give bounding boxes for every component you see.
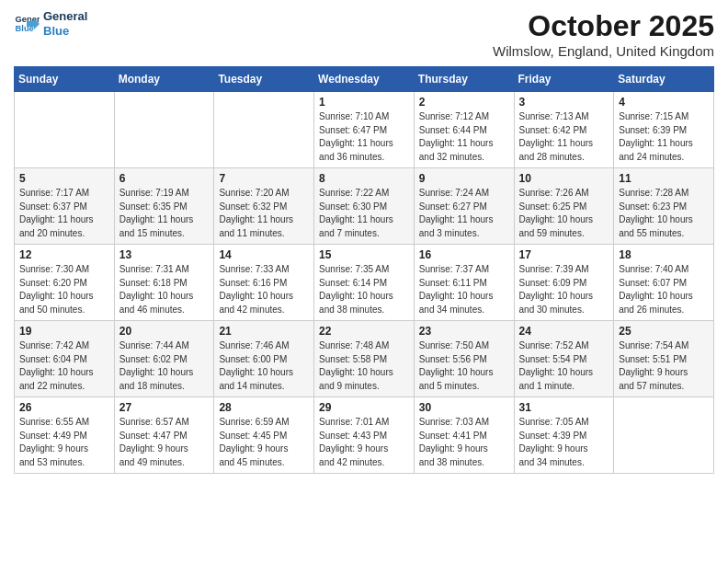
day-info: Sunrise: 7:19 AM Sunset: 6:35 PM Dayligh… <box>119 187 210 240</box>
day-info: Sunrise: 7:15 AM Sunset: 6:39 PM Dayligh… <box>619 110 709 164</box>
calendar-cell: 30Sunrise: 7:03 AM Sunset: 4:41 PM Dayli… <box>414 397 514 474</box>
day-info: Sunrise: 7:48 AM Sunset: 5:58 PM Dayligh… <box>319 339 409 393</box>
calendar-cell: 24Sunrise: 7:52 AM Sunset: 5:54 PM Dayli… <box>514 321 614 397</box>
day-number: 9 <box>419 172 509 185</box>
day-number: 31 <box>519 401 609 414</box>
calendar-cell: 29Sunrise: 7:01 AM Sunset: 4:43 PM Dayli… <box>314 397 415 474</box>
weekday-header-saturday: Saturday <box>614 67 714 92</box>
weekday-header-wednesday: Wednesday <box>314 67 415 92</box>
day-info: Sunrise: 7:28 AM Sunset: 6:23 PM Dayligh… <box>619 187 709 240</box>
day-info: Sunrise: 7:44 AM Sunset: 6:02 PM Dayligh… <box>119 339 210 393</box>
day-info: Sunrise: 7:42 AM Sunset: 6:04 PM Dayligh… <box>19 339 109 393</box>
day-number: 19 <box>19 325 109 338</box>
calendar-cell: 16Sunrise: 7:37 AM Sunset: 6:11 PM Dayli… <box>414 245 514 321</box>
calendar-cell: 6Sunrise: 7:19 AM Sunset: 6:35 PM Daylig… <box>114 168 214 245</box>
header: General Blue General Blue October 2025 W… <box>14 9 714 59</box>
weekday-header-sunday: Sunday <box>15 67 115 92</box>
day-number: 8 <box>319 172 409 185</box>
day-info: Sunrise: 7:39 AM Sunset: 6:09 PM Dayligh… <box>519 263 609 316</box>
day-info: Sunrise: 6:57 AM Sunset: 4:47 PM Dayligh… <box>119 416 210 469</box>
calendar-cell: 31Sunrise: 7:05 AM Sunset: 4:39 PM Dayli… <box>514 397 614 474</box>
title-area: October 2025 Wilmslow, England, United K… <box>493 9 714 59</box>
calendar-cell: 2Sunrise: 7:12 AM Sunset: 6:44 PM Daylig… <box>414 92 514 168</box>
day-number: 2 <box>419 96 509 109</box>
calendar-cell <box>15 92 115 168</box>
location-title: Wilmslow, England, United Kingdom <box>493 43 714 59</box>
weekday-header-thursday: Thursday <box>414 67 514 92</box>
logo-text: General Blue <box>43 9 87 38</box>
week-row-3: 12Sunrise: 7:30 AM Sunset: 6:20 PM Dayli… <box>15 245 714 321</box>
day-number: 6 <box>119 172 210 185</box>
day-info: Sunrise: 7:24 AM Sunset: 6:27 PM Dayligh… <box>419 187 509 240</box>
day-info: Sunrise: 7:01 AM Sunset: 4:43 PM Dayligh… <box>319 416 409 469</box>
day-number: 26 <box>19 401 109 414</box>
day-number: 3 <box>519 96 609 109</box>
day-number: 23 <box>419 325 509 338</box>
calendar-cell: 21Sunrise: 7:46 AM Sunset: 6:00 PM Dayli… <box>214 321 314 397</box>
day-info: Sunrise: 6:59 AM Sunset: 4:45 PM Dayligh… <box>219 416 309 469</box>
day-number: 24 <box>519 325 609 338</box>
day-info: Sunrise: 7:05 AM Sunset: 4:39 PM Dayligh… <box>519 416 609 469</box>
day-number: 28 <box>219 401 309 414</box>
day-info: Sunrise: 7:52 AM Sunset: 5:54 PM Dayligh… <box>519 339 609 393</box>
day-info: Sunrise: 7:33 AM Sunset: 6:16 PM Dayligh… <box>219 263 309 316</box>
day-info: Sunrise: 7:46 AM Sunset: 6:00 PM Dayligh… <box>219 339 309 393</box>
day-info: Sunrise: 7:37 AM Sunset: 6:11 PM Dayligh… <box>419 263 509 316</box>
day-info: Sunrise: 7:30 AM Sunset: 6:20 PM Dayligh… <box>19 263 109 316</box>
calendar-cell <box>214 92 314 168</box>
calendar-cell: 23Sunrise: 7:50 AM Sunset: 5:56 PM Dayli… <box>414 321 514 397</box>
calendar-cell: 28Sunrise: 6:59 AM Sunset: 4:45 PM Dayli… <box>214 397 314 474</box>
calendar-cell: 14Sunrise: 7:33 AM Sunset: 6:16 PM Dayli… <box>214 245 314 321</box>
calendar-cell <box>614 397 714 474</box>
week-row-2: 5Sunrise: 7:17 AM Sunset: 6:37 PM Daylig… <box>15 168 714 245</box>
day-number: 1 <box>319 96 409 109</box>
calendar-cell: 5Sunrise: 7:17 AM Sunset: 6:37 PM Daylig… <box>15 168 115 245</box>
week-row-4: 19Sunrise: 7:42 AM Sunset: 6:04 PM Dayli… <box>15 321 714 397</box>
day-info: Sunrise: 7:10 AM Sunset: 6:47 PM Dayligh… <box>319 110 409 164</box>
day-info: Sunrise: 7:31 AM Sunset: 6:18 PM Dayligh… <box>119 263 210 316</box>
calendar-cell: 26Sunrise: 6:55 AM Sunset: 4:49 PM Dayli… <box>15 397 115 474</box>
day-info: Sunrise: 6:55 AM Sunset: 4:49 PM Dayligh… <box>19 416 109 469</box>
logo-icon: General Blue <box>14 11 40 37</box>
day-number: 7 <box>219 172 309 185</box>
calendar-cell: 25Sunrise: 7:54 AM Sunset: 5:51 PM Dayli… <box>614 321 714 397</box>
day-number: 15 <box>319 248 409 261</box>
calendar-cell: 20Sunrise: 7:44 AM Sunset: 6:02 PM Dayli… <box>114 321 214 397</box>
day-info: Sunrise: 7:50 AM Sunset: 5:56 PM Dayligh… <box>419 339 509 393</box>
day-number: 27 <box>119 401 210 414</box>
day-number: 11 <box>619 172 709 185</box>
calendar-table: SundayMondayTuesdayWednesdayThursdayFrid… <box>14 66 714 474</box>
calendar-cell: 9Sunrise: 7:24 AM Sunset: 6:27 PM Daylig… <box>414 168 514 245</box>
calendar-cell: 22Sunrise: 7:48 AM Sunset: 5:58 PM Dayli… <box>314 321 415 397</box>
day-info: Sunrise: 7:40 AM Sunset: 6:07 PM Dayligh… <box>619 263 709 316</box>
day-number: 4 <box>619 96 709 109</box>
day-info: Sunrise: 7:35 AM Sunset: 6:14 PM Dayligh… <box>319 263 409 316</box>
calendar-cell: 12Sunrise: 7:30 AM Sunset: 6:20 PM Dayli… <box>15 245 115 321</box>
day-number: 22 <box>319 325 409 338</box>
day-number: 25 <box>619 325 709 338</box>
day-number: 30 <box>419 401 509 414</box>
day-number: 12 <box>19 248 109 261</box>
calendar-cell: 4Sunrise: 7:15 AM Sunset: 6:39 PM Daylig… <box>614 92 714 168</box>
day-info: Sunrise: 7:22 AM Sunset: 6:30 PM Dayligh… <box>319 187 409 240</box>
calendar-cell: 7Sunrise: 7:20 AM Sunset: 6:32 PM Daylig… <box>214 168 314 245</box>
weekday-header-row: SundayMondayTuesdayWednesdayThursdayFrid… <box>15 67 714 92</box>
week-row-1: 1Sunrise: 7:10 AM Sunset: 6:47 PM Daylig… <box>15 92 714 168</box>
day-info: Sunrise: 7:17 AM Sunset: 6:37 PM Dayligh… <box>19 187 109 240</box>
calendar-cell: 10Sunrise: 7:26 AM Sunset: 6:25 PM Dayli… <box>514 168 614 245</box>
day-number: 20 <box>119 325 210 338</box>
day-info: Sunrise: 7:03 AM Sunset: 4:41 PM Dayligh… <box>419 416 509 469</box>
calendar-cell <box>114 92 214 168</box>
day-info: Sunrise: 7:12 AM Sunset: 6:44 PM Dayligh… <box>419 110 509 164</box>
week-row-5: 26Sunrise: 6:55 AM Sunset: 4:49 PM Dayli… <box>15 397 714 474</box>
day-number: 21 <box>219 325 309 338</box>
month-title: October 2025 <box>493 9 714 43</box>
day-number: 17 <box>519 248 609 261</box>
calendar-cell: 3Sunrise: 7:13 AM Sunset: 6:42 PM Daylig… <box>514 92 614 168</box>
day-number: 18 <box>619 248 709 261</box>
calendar-cell: 18Sunrise: 7:40 AM Sunset: 6:07 PM Dayli… <box>614 245 714 321</box>
calendar-cell: 13Sunrise: 7:31 AM Sunset: 6:18 PM Dayli… <box>114 245 214 321</box>
weekday-header-friday: Friday <box>514 67 614 92</box>
calendar-cell: 15Sunrise: 7:35 AM Sunset: 6:14 PM Dayli… <box>314 245 415 321</box>
day-number: 10 <box>519 172 609 185</box>
